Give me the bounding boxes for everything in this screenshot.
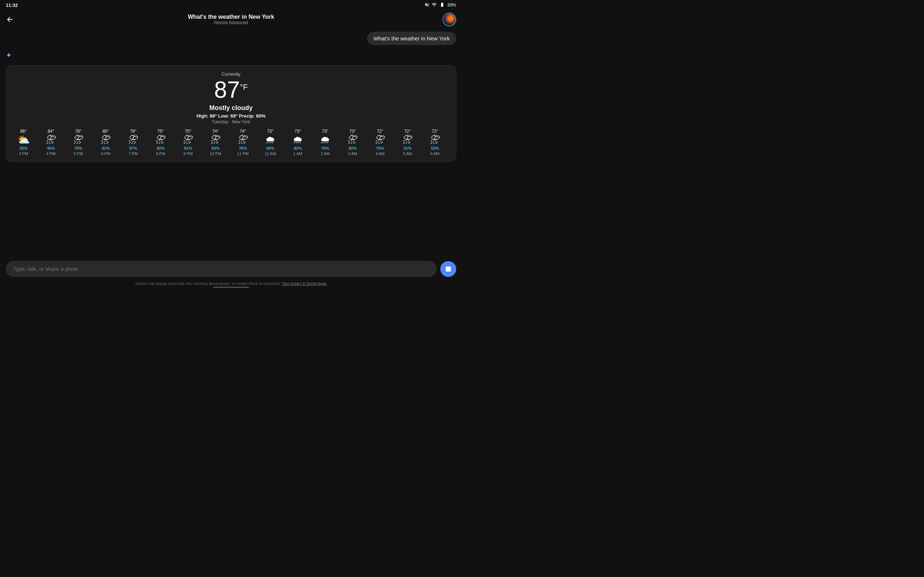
battery-level: 89% [447, 3, 456, 8]
hour-item: 74°⛈83%10 PM [202, 129, 228, 156]
hour-temp: 72° [404, 129, 411, 134]
avatar-image [443, 13, 456, 26]
stop-icon [446, 266, 451, 272]
hour-item: 84°⛈45%4 PM [38, 129, 64, 156]
hour-item: 72°⛈51%5 AM [394, 129, 420, 156]
hour-label: 11 PM [237, 152, 249, 156]
hour-temp: 73° [349, 129, 356, 134]
header-subtitle: Gemini Advanced [188, 20, 274, 25]
hour-temp: 74° [240, 129, 246, 134]
hour-label: 5 AM [403, 152, 412, 156]
hour-temp: 80° [102, 129, 109, 134]
hour-weather-icon: 🌧 [265, 135, 275, 145]
weather-location: Tuesday · New York [10, 119, 452, 124]
hourly-forecast: 86°⛅20%3 PM84°⛈45%4 PM78°⛈78%5 PM80°⛈81%… [10, 129, 452, 157]
hour-precip: 52% [431, 146, 439, 150]
status-bar: 11:32 89% [0, 0, 462, 10]
hour-precip: 78% [74, 146, 82, 150]
hour-label: 2 AM [320, 152, 330, 156]
hour-temp: 78° [130, 129, 136, 134]
hour-weather-icon: ⛈ [101, 135, 111, 145]
battery-icon [439, 2, 446, 8]
hour-item: 80°⛈81%6 PM [93, 129, 119, 156]
hour-label: 3 AM [348, 152, 357, 156]
hour-temp: 72° [432, 129, 438, 134]
hour-temp: 73° [322, 129, 328, 134]
header: What's the weather in New York Gemini Ad… [0, 10, 462, 29]
hour-weather-icon: ⛈ [73, 135, 83, 145]
weather-description: Mostly cloudy [10, 104, 452, 112]
hour-label: 12 AM [265, 152, 276, 156]
hour-temp: 75° [185, 129, 191, 134]
hour-item: 86°⛅20%3 PM [10, 129, 36, 156]
hour-label: 1 AM [293, 152, 302, 156]
header-title: What's the weather in New York [188, 14, 274, 20]
hour-precip: 80% [267, 146, 274, 150]
hour-temp: 73° [294, 129, 301, 134]
hour-precip: 91% [184, 146, 192, 150]
footer-disclaimer: Gemini may display inaccurate info, incl… [0, 282, 462, 285]
hour-precip: 75% [376, 146, 384, 150]
hour-label: 7 PM [129, 152, 138, 156]
user-message-container: What's the weather in New York [0, 29, 462, 48]
home-indicator [213, 287, 249, 288]
hour-weather-icon: ⛈ [430, 135, 440, 145]
hour-item: 73°🌧79%2 AM [312, 129, 338, 156]
weather-card: Currently 87°F Mostly cloudy High: 88° L… [6, 65, 456, 162]
hour-weather-icon: ⛈ [46, 135, 56, 145]
hour-label: 8 PM [156, 152, 165, 156]
stop-button[interactable] [440, 261, 456, 277]
hour-temp: 86° [20, 129, 27, 134]
hour-label: 4 AM [375, 152, 384, 156]
weather-currently-label: Currently [10, 71, 452, 77]
hour-weather-icon: ⛈ [210, 135, 221, 145]
hour-precip: 82% [349, 146, 357, 150]
avatar[interactable] [443, 13, 456, 26]
hour-item: 75°⛈91%9 PM [175, 129, 201, 156]
weather-temperature: 87°F [10, 78, 452, 102]
hour-weather-icon: ⛈ [402, 135, 412, 145]
hour-label: 5 PM [74, 152, 83, 156]
hour-weather-icon: ⛅ [17, 135, 30, 145]
hour-precip: 97% [129, 146, 137, 150]
hour-precip: 76% [239, 146, 247, 150]
hour-item: 74°⛈76%11 PM [230, 129, 256, 156]
hour-weather-icon: ⛈ [375, 135, 385, 145]
hour-weather-icon: ⛈ [183, 135, 193, 145]
hour-item: 78°⛈78%5 PM [65, 129, 91, 156]
hour-weather-icon: ⛈ [238, 135, 248, 145]
user-message: What's the weather in New York [367, 32, 456, 45]
hour-label: 3 PM [19, 152, 28, 156]
hour-item: 75°⛈92%8 PM [148, 129, 174, 156]
hour-temp: 72° [377, 129, 383, 134]
hour-precip: 92% [157, 146, 165, 150]
chat-input[interactable] [6, 261, 437, 277]
hour-precip: 81% [102, 146, 110, 150]
wifi-icon [432, 2, 437, 8]
header-center: What's the weather in New York Gemini Ad… [188, 14, 274, 25]
hour-label: 4 PM [46, 152, 56, 156]
hour-weather-icon: 🌧 [293, 135, 303, 145]
hour-label: 9 PM [183, 152, 193, 156]
hour-precip: 51% [404, 146, 412, 150]
hour-item: 73°⛈82%3 AM [340, 129, 366, 156]
hour-temp: 78° [75, 129, 82, 134]
hour-temp: 73° [267, 129, 274, 134]
hour-label: 10 PM [210, 152, 221, 156]
gemini-star-icon: ✦ [0, 48, 462, 62]
hour-weather-icon: 🌧 [320, 135, 330, 145]
hour-temp: 84° [48, 129, 54, 134]
privacy-link[interactable]: Your privacy & Gemini Apps [282, 282, 327, 285]
hour-weather-icon: ⛈ [128, 135, 138, 145]
back-button[interactable] [6, 16, 14, 23]
hour-precip: 79% [321, 146, 329, 150]
hour-item: 72°⛈52%6 AM [422, 129, 448, 156]
hour-item: 78°⛈97%7 PM [120, 129, 146, 156]
hour-precip: 20% [19, 146, 27, 150]
hour-precip: 82% [294, 146, 302, 150]
hour-precip: 45% [47, 146, 55, 150]
hour-precip: 83% [212, 146, 220, 150]
hour-label: 6 AM [430, 152, 439, 156]
status-icons: 89% [425, 2, 456, 8]
hour-item: 73°🌧80%12 AM [257, 129, 283, 156]
